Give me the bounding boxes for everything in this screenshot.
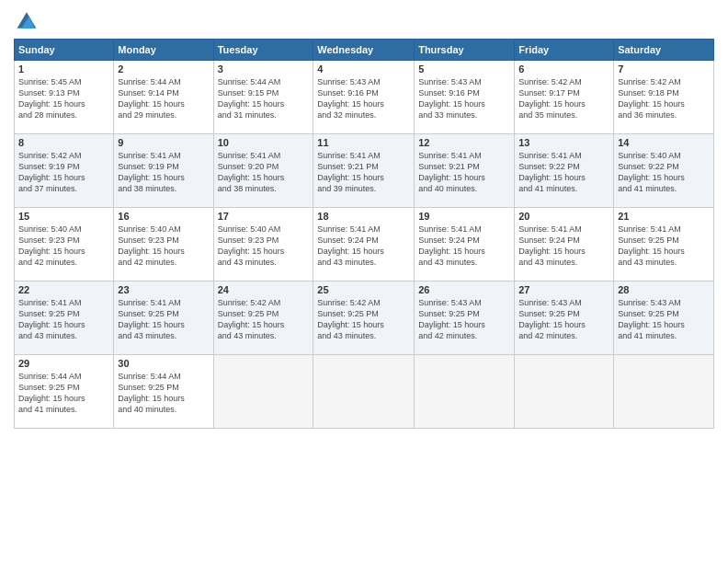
- day-info: Sunrise: 5:41 AMSunset: 9:21 PMDaylight:…: [317, 150, 410, 195]
- calendar-cell: 21Sunrise: 5:41 AMSunset: 9:25 PMDayligh…: [614, 208, 714, 282]
- calendar-header-monday: Monday: [114, 40, 213, 61]
- calendar-cell: 16Sunrise: 5:40 AMSunset: 9:23 PMDayligh…: [114, 208, 213, 282]
- day-info: Sunrise: 5:43 AMSunset: 9:25 PMDaylight:…: [618, 297, 710, 342]
- day-info: Sunrise: 5:40 AMSunset: 9:23 PMDaylight:…: [118, 224, 209, 269]
- day-number: 15: [18, 211, 109, 222]
- calendar-cell: 4Sunrise: 5:43 AMSunset: 9:16 PMDaylight…: [313, 61, 415, 134]
- day-number: 10: [218, 137, 310, 148]
- calendar-week-4: 22Sunrise: 5:41 AMSunset: 9:25 PMDayligh…: [15, 282, 714, 355]
- calendar-cell: 24Sunrise: 5:42 AMSunset: 9:25 PMDayligh…: [213, 282, 313, 355]
- calendar-cell: 25Sunrise: 5:42 AMSunset: 9:25 PMDayligh…: [313, 282, 415, 355]
- calendar-cell: 10Sunrise: 5:41 AMSunset: 9:20 PMDayligh…: [213, 134, 313, 208]
- calendar-cell: 19Sunrise: 5:41 AMSunset: 9:24 PMDayligh…: [415, 208, 515, 282]
- day-info: Sunrise: 5:43 AMSunset: 9:16 PMDaylight:…: [418, 76, 510, 121]
- calendar-header-saturday: Saturday: [614, 40, 714, 61]
- calendar-cell: 14Sunrise: 5:40 AMSunset: 9:22 PMDayligh…: [614, 134, 714, 208]
- day-info: Sunrise: 5:42 AMSunset: 9:19 PMDaylight:…: [18, 150, 109, 195]
- calendar-cell: [614, 355, 714, 429]
- day-number: 17: [218, 211, 310, 222]
- calendar-cell: 23Sunrise: 5:41 AMSunset: 9:25 PMDayligh…: [114, 282, 213, 355]
- day-number: 14: [618, 137, 710, 148]
- calendar-header-tuesday: Tuesday: [213, 40, 313, 61]
- calendar-cell: 22Sunrise: 5:41 AMSunset: 9:25 PMDayligh…: [15, 282, 114, 355]
- day-info: Sunrise: 5:44 AMSunset: 9:15 PMDaylight:…: [218, 76, 310, 121]
- day-info: Sunrise: 5:42 AMSunset: 9:25 PMDaylight:…: [218, 297, 310, 342]
- day-number: 25: [317, 284, 410, 295]
- logo-icon: [16, 9, 38, 31]
- day-info: Sunrise: 5:41 AMSunset: 9:20 PMDaylight:…: [218, 150, 310, 195]
- day-info: Sunrise: 5:44 AMSunset: 9:25 PMDaylight:…: [18, 371, 109, 416]
- day-info: Sunrise: 5:41 AMSunset: 9:24 PMDaylight:…: [317, 224, 410, 269]
- day-number: 20: [518, 211, 609, 222]
- day-info: Sunrise: 5:41 AMSunset: 9:25 PMDaylight:…: [18, 297, 109, 342]
- day-info: Sunrise: 5:41 AMSunset: 9:21 PMDaylight:…: [418, 150, 510, 195]
- calendar-cell: [213, 355, 313, 429]
- day-number: 1: [18, 63, 109, 75]
- day-number: 12: [418, 137, 510, 148]
- day-number: 22: [18, 284, 109, 295]
- calendar-cell: [313, 355, 415, 429]
- day-info: Sunrise: 5:41 AMSunset: 9:22 PMDaylight:…: [518, 150, 609, 195]
- calendar-cell: 6Sunrise: 5:42 AMSunset: 9:17 PMDaylight…: [515, 61, 614, 134]
- calendar-header-friday: Friday: [515, 40, 614, 61]
- day-info: Sunrise: 5:42 AMSunset: 9:18 PMDaylight:…: [618, 76, 710, 121]
- calendar-header-row: SundayMondayTuesdayWednesdayThursdayFrid…: [15, 40, 714, 61]
- day-info: Sunrise: 5:41 AMSunset: 9:25 PMDaylight:…: [618, 224, 710, 269]
- day-number: 13: [518, 137, 609, 148]
- calendar-cell: 27Sunrise: 5:43 AMSunset: 9:25 PMDayligh…: [515, 282, 614, 355]
- calendar-cell: 15Sunrise: 5:40 AMSunset: 9:23 PMDayligh…: [15, 208, 114, 282]
- day-number: 26: [418, 284, 510, 295]
- day-info: Sunrise: 5:40 AMSunset: 9:23 PMDaylight:…: [218, 224, 310, 269]
- calendar-cell: 12Sunrise: 5:41 AMSunset: 9:21 PMDayligh…: [415, 134, 515, 208]
- day-info: Sunrise: 5:41 AMSunset: 9:24 PMDaylight:…: [518, 224, 609, 269]
- day-info: Sunrise: 5:43 AMSunset: 9:25 PMDaylight:…: [518, 297, 609, 342]
- page: SundayMondayTuesdayWednesdayThursdayFrid…: [0, 0, 728, 563]
- day-number: 6: [518, 63, 609, 75]
- calendar-cell: 30Sunrise: 5:44 AMSunset: 9:25 PMDayligh…: [114, 355, 213, 429]
- calendar-cell: 13Sunrise: 5:41 AMSunset: 9:22 PMDayligh…: [515, 134, 614, 208]
- calendar-cell: 1Sunrise: 5:45 AMSunset: 9:13 PMDaylight…: [15, 61, 114, 134]
- day-info: Sunrise: 5:41 AMSunset: 9:25 PMDaylight:…: [118, 297, 209, 342]
- day-info: Sunrise: 5:40 AMSunset: 9:23 PMDaylight:…: [18, 224, 109, 269]
- day-info: Sunrise: 5:41 AMSunset: 9:19 PMDaylight:…: [118, 150, 209, 195]
- day-number: 21: [618, 211, 710, 222]
- day-number: 7: [618, 63, 710, 75]
- calendar-cell: 11Sunrise: 5:41 AMSunset: 9:21 PMDayligh…: [313, 134, 415, 208]
- calendar-cell: 17Sunrise: 5:40 AMSunset: 9:23 PMDayligh…: [213, 208, 313, 282]
- calendar-cell: 3Sunrise: 5:44 AMSunset: 9:15 PMDaylight…: [213, 61, 313, 134]
- calendar-cell: 28Sunrise: 5:43 AMSunset: 9:25 PMDayligh…: [614, 282, 714, 355]
- calendar-week-5: 29Sunrise: 5:44 AMSunset: 9:25 PMDayligh…: [15, 355, 714, 429]
- calendar-cell: 7Sunrise: 5:42 AMSunset: 9:18 PMDaylight…: [614, 61, 714, 134]
- day-number: 3: [218, 63, 310, 75]
- calendar-header-wednesday: Wednesday: [313, 40, 415, 61]
- day-info: Sunrise: 5:43 AMSunset: 9:16 PMDaylight:…: [317, 76, 410, 121]
- day-info: Sunrise: 5:42 AMSunset: 9:17 PMDaylight:…: [518, 76, 609, 121]
- day-number: 18: [317, 211, 410, 222]
- day-number: 5: [418, 63, 510, 75]
- day-number: 30: [118, 358, 209, 369]
- calendar-cell: 26Sunrise: 5:43 AMSunset: 9:25 PMDayligh…: [415, 282, 515, 355]
- day-number: 16: [118, 211, 209, 222]
- day-info: Sunrise: 5:43 AMSunset: 9:25 PMDaylight:…: [418, 297, 510, 342]
- calendar-week-2: 8Sunrise: 5:42 AMSunset: 9:19 PMDaylight…: [15, 134, 714, 208]
- day-number: 27: [518, 284, 609, 295]
- day-number: 9: [118, 137, 209, 148]
- calendar-week-3: 15Sunrise: 5:40 AMSunset: 9:23 PMDayligh…: [15, 208, 714, 282]
- calendar-cell: [415, 355, 515, 429]
- calendar-cell: 18Sunrise: 5:41 AMSunset: 9:24 PMDayligh…: [313, 208, 415, 282]
- calendar-cell: [515, 355, 614, 429]
- day-number: 4: [317, 63, 410, 75]
- day-number: 2: [118, 63, 209, 75]
- calendar-week-1: 1Sunrise: 5:45 AMSunset: 9:13 PMDaylight…: [15, 61, 714, 134]
- calendar-header-sunday: Sunday: [15, 40, 114, 61]
- day-info: Sunrise: 5:41 AMSunset: 9:24 PMDaylight:…: [418, 224, 510, 269]
- day-info: Sunrise: 5:45 AMSunset: 9:13 PMDaylight:…: [18, 76, 109, 121]
- calendar-header-thursday: Thursday: [415, 40, 515, 61]
- calendar: SundayMondayTuesdayWednesdayThursdayFrid…: [14, 39, 714, 429]
- header: [14, 9, 714, 31]
- day-info: Sunrise: 5:44 AMSunset: 9:14 PMDaylight:…: [118, 76, 209, 121]
- day-number: 11: [317, 137, 410, 148]
- day-number: 19: [418, 211, 510, 222]
- logo: [14, 9, 38, 31]
- day-number: 24: [218, 284, 310, 295]
